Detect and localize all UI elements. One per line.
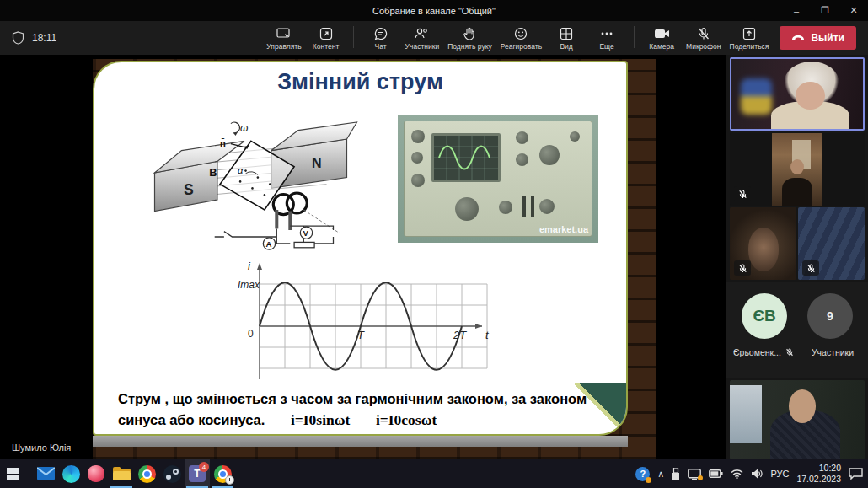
meeting-timer: 18:11 xyxy=(32,32,56,44)
wifi-tray-icon[interactable] xyxy=(731,469,743,479)
titlebar: Собрание в канале "Общий" – ❐ ✕ xyxy=(0,0,868,21)
formula-cos: i=I0cosωt xyxy=(376,411,437,428)
participants-sidebar: ЄВ 9 Єрьоменк... Участники xyxy=(726,55,868,459)
tray-expand-icon[interactable]: ∧ xyxy=(657,469,664,480)
presenter-name-label: Шумило Юлія xyxy=(12,442,71,453)
content-button[interactable]: Контент xyxy=(308,24,345,51)
svg-text:B: B xyxy=(209,166,217,179)
svg-text:Imax: Imax xyxy=(238,279,260,291)
svg-text:i: i xyxy=(248,260,251,272)
file-explorer-icon[interactable] xyxy=(109,459,134,488)
mic-muted-icon xyxy=(734,186,751,201)
minimize-button[interactable]: – xyxy=(782,0,811,21)
shared-screen: Змінний струм xyxy=(0,55,726,459)
slide-shadow-bar xyxy=(93,436,628,447)
raise-hand-button[interactable]: Поднять руку xyxy=(445,24,495,51)
main-area: Змінний струм xyxy=(0,55,868,459)
restore-button[interactable]: ❐ xyxy=(811,0,839,21)
edge-icon[interactable] xyxy=(58,459,83,488)
video-tile-5[interactable] xyxy=(730,380,865,459)
svg-text:t: t xyxy=(485,329,490,341)
manage-icon xyxy=(276,26,292,41)
help-tray-icon[interactable]: ? xyxy=(635,467,650,481)
oscilloscope-screen xyxy=(431,133,501,182)
video-tile-2[interactable] xyxy=(730,133,865,206)
slide-caption: Струм , що змінюється з часом за гармоні… xyxy=(118,389,611,431)
svg-text:A: A xyxy=(266,239,272,249)
watermark: emarket.ua xyxy=(539,224,588,234)
svg-text:S: S xyxy=(184,181,194,198)
start-button[interactable] xyxy=(0,459,25,488)
usb-tray-icon[interactable] xyxy=(672,468,680,480)
presentation-slide: Змінний струм xyxy=(93,61,628,447)
mic-muted-icon xyxy=(802,260,819,276)
participant-name: Єрьоменк... xyxy=(733,347,794,357)
svg-text:n̄: n̄ xyxy=(220,138,226,148)
svg-text:T: T xyxy=(357,329,365,341)
share-screen-button[interactable]: Поделиться xyxy=(727,24,772,51)
participants-count-avatar[interactable]: 9 xyxy=(807,293,853,339)
display-tray-icon[interactable] xyxy=(688,469,701,480)
taskbar-clock[interactable]: 10:20 17.02.2023 xyxy=(796,463,841,485)
more-button[interactable]: Еще xyxy=(588,24,625,51)
microphone-button[interactable]: Микрофон xyxy=(683,24,723,51)
svg-text:V: V xyxy=(303,228,309,238)
close-button[interactable]: ✕ xyxy=(839,0,868,21)
teams-meeting-window: Собрание в канале "Общий" – ❐ ✕ 18:11 Уп… xyxy=(0,0,868,488)
share-screen-icon xyxy=(742,26,756,41)
mic-muted-icon xyxy=(785,348,794,357)
teams-icon[interactable]: T 4 xyxy=(185,459,210,488)
camera-icon xyxy=(654,26,670,41)
chat-button[interactable]: Чат xyxy=(362,24,399,51)
pink-app-icon[interactable] xyxy=(83,459,109,488)
windows-taskbar: T 4 ? ∧ РУС 10:20 17.02.2023 xyxy=(0,459,868,488)
action-center-icon[interactable] xyxy=(849,468,863,480)
react-button[interactable]: Реагировать xyxy=(498,24,544,51)
steam-icon[interactable] xyxy=(159,459,185,488)
camera-button[interactable]: Камера xyxy=(643,24,680,51)
svg-text:α: α xyxy=(238,165,244,175)
leave-button[interactable]: Выйти xyxy=(780,26,856,50)
grid-view-icon xyxy=(560,26,573,41)
hangup-icon xyxy=(791,35,805,41)
video-tile-3[interactable] xyxy=(730,207,796,280)
manage-button[interactable]: Управлять xyxy=(264,24,303,51)
more-dots-icon xyxy=(599,26,614,41)
svg-text:ω: ω xyxy=(240,122,248,134)
meeting-toolbar: 18:11 Управлять Контент Чат Участники xyxy=(0,21,868,55)
svg-text:2T: 2T xyxy=(453,329,467,341)
raise-hand-icon xyxy=(463,26,475,41)
video-tile-speaker[interactable] xyxy=(730,57,865,131)
chrome-clock-icon[interactable] xyxy=(210,459,235,488)
chat-icon xyxy=(374,26,388,41)
shield-icon xyxy=(12,31,24,45)
view-button[interactable]: Вид xyxy=(548,24,585,51)
language-indicator[interactable]: РУС xyxy=(770,469,789,479)
ukraine-flag xyxy=(741,78,772,115)
slide-title: Змінний струм xyxy=(94,69,626,95)
generator-diagram: S N xyxy=(118,109,383,257)
avatar-initials[interactable]: ЄВ xyxy=(742,293,787,339)
mail-icon[interactable] xyxy=(33,459,58,488)
video-tile-4[interactable] xyxy=(798,207,865,280)
system-tray: ? ∧ РУС 10:20 17.02.2023 xyxy=(635,463,868,485)
smiley-icon xyxy=(514,26,528,41)
participants-count-label: Участники xyxy=(807,347,858,357)
mic-muted-icon xyxy=(697,26,710,41)
oscilloscope-photo: emarket.ua xyxy=(398,115,598,243)
participants-button[interactable]: Участники xyxy=(403,24,442,51)
chrome-icon[interactable] xyxy=(134,459,159,488)
slide-corner-fold xyxy=(575,383,627,435)
avatar-tiles: ЄВ 9 Єрьоменк... Участники xyxy=(726,282,868,378)
participants-icon xyxy=(414,26,430,41)
window-title: Собрание в канале "Общий" xyxy=(372,6,496,16)
formula-sin: i=I0sinωt xyxy=(291,411,350,428)
svg-text:0: 0 xyxy=(248,328,254,340)
battery-tray-icon[interactable] xyxy=(709,469,723,478)
mic-muted-icon xyxy=(734,260,751,276)
teams-notification-badge: 4 xyxy=(199,462,209,472)
share-content-icon xyxy=(319,26,333,41)
svg-text:N: N xyxy=(312,156,322,170)
volume-tray-icon[interactable] xyxy=(751,469,763,479)
sine-graph: i Imax 0 T 2T t xyxy=(236,255,497,386)
